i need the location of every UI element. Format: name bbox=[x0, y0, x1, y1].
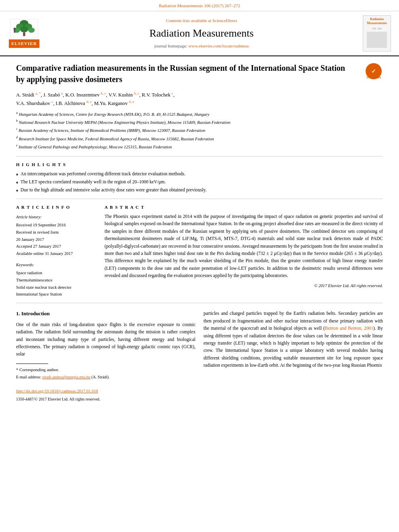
abstract-panel: A B S T R A C T The Phoenix space experi… bbox=[105, 204, 383, 298]
footnote-corresponding: * Corresponding author. E-mail address: … bbox=[16, 366, 195, 380]
affiliations-list: a Hungarian Academy of Sciences, Centre … bbox=[16, 111, 383, 150]
journal-center: Contents lists available at ScienceDirec… bbox=[44, 17, 359, 49]
body-columns: 1. Introduction One of the main risks of… bbox=[16, 310, 383, 402]
elsevier-logo: ELSEVIER bbox=[8, 18, 40, 48]
journal-title: Radiation Measurements bbox=[44, 25, 359, 41]
issn-line: 1350-4487/© 2017 Elsevier Ltd. All right… bbox=[16, 396, 195, 402]
svg-text:✓: ✓ bbox=[371, 68, 376, 74]
article-info-panel: A R T I C L E I N F O Article history: R… bbox=[16, 204, 97, 298]
svg-rect-9 bbox=[14, 30, 16, 33]
doi-link[interactable]: http://dx.doi.org/10.1016/j.radmeas.2017… bbox=[16, 388, 195, 394]
elsevier-label: ELSEVIER bbox=[9, 39, 39, 48]
highlights-label: H I G H L I G H T S bbox=[16, 161, 383, 168]
intro-text: One of the main risks of long-duration s… bbox=[16, 321, 195, 358]
footnote-divider bbox=[16, 364, 48, 364]
journal-homepage: journal homepage: www.elsevier.com/locat… bbox=[44, 43, 359, 49]
highlights-section: H I G H L I G H T S An intercomparison w… bbox=[16, 161, 383, 193]
journal-thumbnail: RadiationMeasurements Vol. 106 bbox=[363, 15, 391, 51]
divider-3 bbox=[16, 303, 383, 303]
top-bar: Radiation Measurements 106 (2017) 267–27… bbox=[0, 0, 399, 11]
svg-point-5 bbox=[20, 27, 28, 33]
article-history: Article history: Received 19 September 2… bbox=[16, 214, 97, 257]
abstract-text: The Phoenix space experiment started in … bbox=[105, 213, 383, 279]
svg-point-6 bbox=[28, 28, 35, 33]
crossmark-badge[interactable]: ✓ CrossMark bbox=[359, 62, 383, 82]
abstract-label: A B S T R A C T bbox=[105, 204, 383, 211]
highlight-item-2: The LET spectra correlated reasonably we… bbox=[16, 179, 383, 185]
article-info-abstract: A R T I C L E I N F O Article history: R… bbox=[16, 204, 383, 298]
article-info-label: A R T I C L E I N F O bbox=[16, 204, 97, 211]
journal-header: ELSEVIER Contents lists available at Sci… bbox=[0, 11, 399, 56]
highlight-item-3: Due to the high altitude and intensive s… bbox=[16, 187, 383, 193]
authors-list: A. Strádi a, *, J. Szabó a, K.O. Inozemt… bbox=[16, 90, 383, 107]
svg-text:CrossMark: CrossMark bbox=[366, 76, 381, 79]
svg-point-8 bbox=[14, 28, 16, 30]
copyright-notice: © 2017 Elsevier Ltd. All rights reserved… bbox=[105, 283, 383, 289]
body-right-column: particles and charged particles trapped … bbox=[204, 310, 383, 402]
keywords-list: Keywords: Space radiation Thermoluminesc… bbox=[16, 261, 97, 298]
paper-title: Comparative radiation measurements in th… bbox=[16, 62, 383, 85]
highlight-item-1: An intercomparison was performed coverin… bbox=[16, 170, 383, 177]
body-left-column: 1. Introduction One of the main risks of… bbox=[16, 310, 195, 402]
divider-1 bbox=[16, 156, 383, 156]
paper-content: Comparative radiation measurements in th… bbox=[0, 56, 399, 408]
sciencedirect-link: Contents lists available at ScienceDirec… bbox=[44, 17, 359, 24]
body-right-text: particles and charged particles trapped … bbox=[204, 310, 383, 369]
svg-rect-7 bbox=[23, 33, 25, 36]
divider-2 bbox=[16, 199, 383, 199]
intro-title: 1. Introduction bbox=[16, 310, 195, 318]
